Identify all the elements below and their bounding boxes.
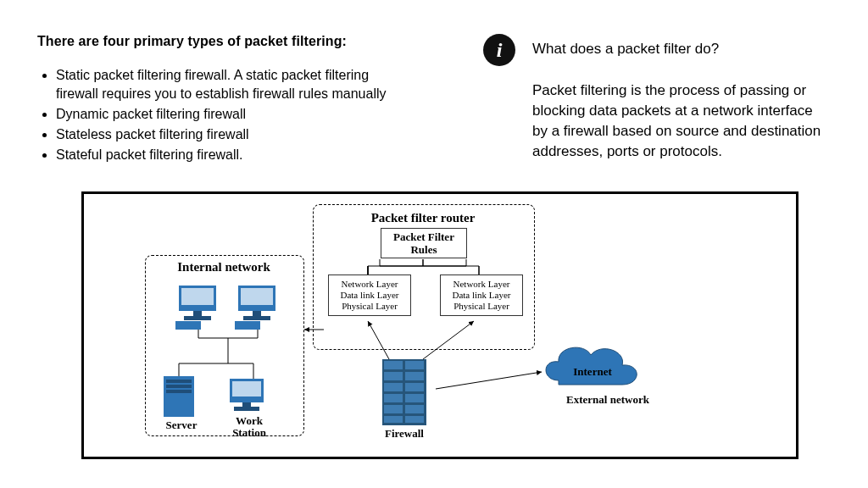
svg-rect-34 bbox=[384, 372, 403, 380]
svg-rect-16 bbox=[184, 316, 211, 320]
workstation-icon bbox=[230, 379, 264, 411]
list-item: Stateful packet filtering firewall. bbox=[56, 146, 410, 164]
svg-rect-28 bbox=[232, 381, 261, 396]
svg-rect-33 bbox=[405, 361, 424, 369]
svg-rect-20 bbox=[253, 311, 261, 316]
svg-rect-26 bbox=[166, 390, 192, 393]
list-item: Static packet filtering firewall. A stat… bbox=[56, 66, 410, 103]
computer-icon bbox=[175, 286, 216, 330]
svg-rect-39 bbox=[405, 394, 424, 402]
info-body: Packet filtering is the process of passi… bbox=[532, 80, 829, 162]
page-root: There are four primary types of packet f… bbox=[0, 0, 868, 488]
diagram-frame: Packet filter router Packet Filter Rules… bbox=[81, 191, 798, 459]
server-icon bbox=[164, 376, 194, 417]
svg-rect-25 bbox=[166, 385, 192, 388]
diagram-svg bbox=[84, 194, 796, 457]
svg-rect-24 bbox=[166, 380, 192, 383]
svg-rect-19 bbox=[241, 288, 273, 305]
svg-line-10 bbox=[368, 321, 389, 359]
svg-rect-36 bbox=[384, 383, 403, 391]
svg-rect-14 bbox=[181, 288, 214, 305]
list-item: Stateless packet filtering firewall bbox=[56, 125, 410, 144]
svg-rect-21 bbox=[243, 316, 270, 320]
svg-rect-40 bbox=[384, 405, 403, 413]
firewall-icon bbox=[382, 359, 426, 425]
svg-line-11 bbox=[423, 321, 474, 359]
info-question: What does a packet filter do? bbox=[532, 41, 719, 58]
computer-icon bbox=[235, 286, 275, 330]
svg-rect-15 bbox=[193, 311, 202, 316]
svg-rect-30 bbox=[234, 407, 259, 411]
svg-rect-35 bbox=[405, 372, 424, 380]
left-column: There are four primary types of packet f… bbox=[37, 34, 410, 166]
svg-rect-32 bbox=[384, 361, 403, 369]
svg-rect-42 bbox=[384, 416, 403, 423]
svg-line-12 bbox=[436, 372, 542, 389]
types-list: Static packet filtering firewall. A stat… bbox=[37, 66, 410, 164]
svg-rect-43 bbox=[405, 416, 424, 423]
info-icon: i bbox=[483, 34, 515, 66]
svg-rect-41 bbox=[405, 405, 424, 413]
svg-rect-29 bbox=[242, 402, 251, 407]
list-item: Dynamic packet filtering firewall bbox=[56, 105, 410, 124]
svg-rect-17 bbox=[175, 321, 201, 330]
svg-rect-38 bbox=[384, 394, 403, 402]
svg-rect-37 bbox=[405, 383, 424, 391]
types-heading: There are four primary types of packet f… bbox=[37, 34, 410, 49]
internet-label: Internet bbox=[559, 365, 626, 379]
svg-rect-22 bbox=[235, 321, 260, 330]
